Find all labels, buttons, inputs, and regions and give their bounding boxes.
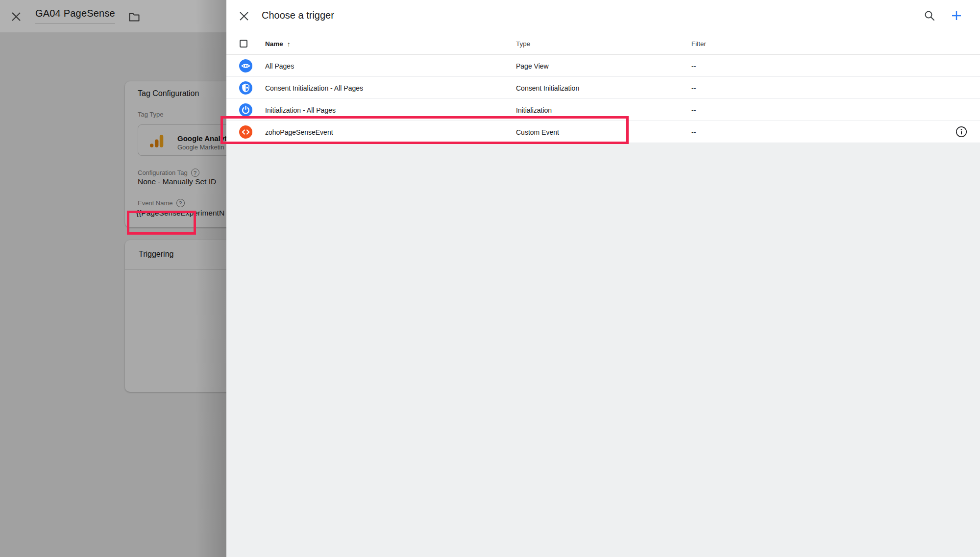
gtm-screen: GA04 PageSense Tag Configuration Tag Typ… [0,0,980,557]
event-name-label: Event Name ? [138,199,185,207]
add-trigger-icon[interactable] [951,10,962,21]
trigger-filter: -- [691,121,696,143]
triggering-title: Triggering [139,250,173,259]
close-icon[interactable] [11,11,22,22]
column-header-name[interactable]: Name ↑ [265,40,291,48]
select-all-checkbox[interactable] [240,40,247,48]
tag-type-label: Tag Type [138,111,164,118]
column-name-label: Name [265,40,283,48]
folder-icon[interactable] [128,11,140,22]
help-icon[interactable]: ? [176,199,185,207]
trigger-table-header: Name ↑ Type Filter [226,34,980,55]
power-icon [239,103,252,117]
trigger-type: Page View [516,55,549,77]
trigger-type: Consent Initialization [516,77,579,99]
dialog-empty-area [226,143,980,557]
panel-edge-shadow [196,0,226,557]
highlight-box-selected-trigger [220,116,629,144]
close-icon[interactable] [239,11,249,21]
google-analytics-icon [149,134,164,148]
trigger-row-consent-initialization[interactable]: Consent Initialization - All Pages Conse… [226,77,980,99]
tag-configuration-title: Tag Configuration [138,89,199,98]
dialog-title: Choose a trigger [262,10,334,21]
choose-trigger-dialog: Choose a trigger Name ↑ Type Filter [226,0,980,557]
trigger-filter: -- [691,99,696,121]
configuration-tag-label: Configuration Tag ? [138,169,199,177]
trigger-filter: -- [691,55,696,77]
highlight-box-triggering [127,211,196,235]
help-glyph: ? [179,200,182,206]
trigger-name: All Pages [265,55,294,77]
sort-ascending-icon: ↑ [287,40,291,48]
trigger-filter: -- [691,77,696,99]
eye-icon [239,59,252,73]
event-name-label-text: Event Name [138,199,173,207]
trigger-name: Consent Initialization - All Pages [265,77,363,99]
tag-name-field[interactable]: GA04 PageSense [35,8,115,24]
shield-icon [239,81,252,95]
info-icon[interactable] [956,126,967,138]
configuration-tag-label-text: Configuration Tag [138,169,188,176]
column-header-type[interactable]: Type [516,40,530,48]
column-header-filter[interactable]: Filter [691,40,706,48]
trigger-row-all-pages[interactable]: All Pages Page View -- [226,55,980,77]
search-icon[interactable] [924,10,935,22]
